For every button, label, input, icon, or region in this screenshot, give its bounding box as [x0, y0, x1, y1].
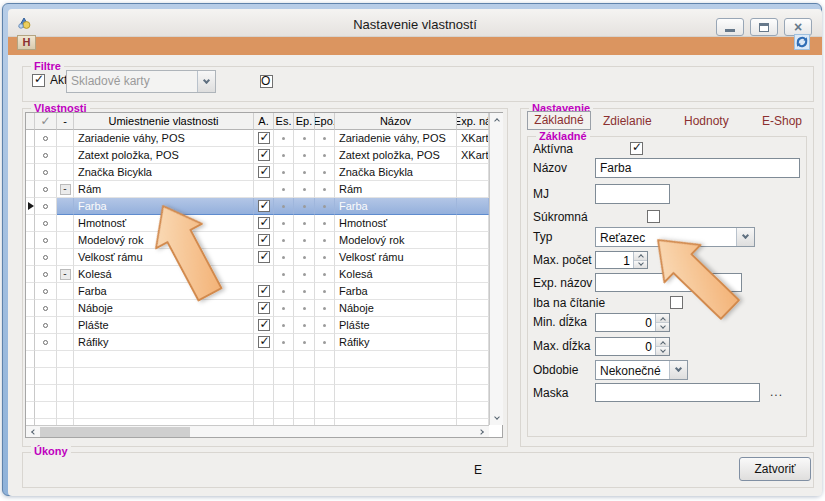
collapse-icon[interactable]: -: [60, 184, 71, 195]
scroll-down-button[interactable]: [490, 412, 503, 425]
row-selector-cell: [26, 402, 35, 419]
tab-zdielanie[interactable]: Zdielanie: [603, 114, 652, 128]
typ-dropdown-button[interactable]: [736, 228, 754, 246]
row-active-checkbox[interactable]: [258, 285, 270, 297]
card-type-combobox[interactable]: Skladové karty: [66, 70, 216, 93]
location-cell: Zariadenie váhy, POS: [74, 130, 254, 147]
row-active-checkbox[interactable]: [258, 217, 270, 229]
max-dlzka-spinner[interactable]: 0: [595, 337, 670, 356]
scroll-left-button[interactable]: [26, 426, 39, 437]
collapse-icon[interactable]: -: [60, 269, 71, 280]
table-row[interactable]: Zatext položka, POSZatext položka, POSXK…: [26, 147, 489, 164]
row-active-checkbox[interactable]: [258, 336, 270, 348]
table-row[interactable]: FarbaFarba: [26, 198, 489, 215]
title-bar[interactable]: Nastavenie vlastností ×: [8, 9, 822, 37]
epo-cell: [315, 215, 335, 232]
row-selector-cell: [26, 351, 35, 368]
table-row[interactable]: Velkosť rámuVelkosť rámu: [26, 249, 489, 266]
header-a[interactable]: A.: [254, 113, 274, 130]
location-cell: Hmotnosť: [74, 215, 254, 232]
table-row[interactable]: -KolesáKolesá: [26, 266, 489, 283]
spin-up-button[interactable]: [656, 314, 669, 323]
row-active-checkbox[interactable]: [258, 302, 270, 314]
spin-down-button[interactable]: [634, 261, 647, 269]
row-active-checkbox[interactable]: [258, 132, 270, 144]
scroll-right-button[interactable]: [476, 426, 489, 437]
header-check[interactable]: ✓: [35, 113, 57, 130]
group-collapse-cell[interactable]: -: [57, 181, 74, 198]
row-active-checkbox[interactable]: [258, 234, 270, 246]
active-filter-checkbox[interactable]: [32, 74, 45, 87]
nazov-input[interactable]: [595, 158, 800, 178]
chevron-down-icon: [660, 323, 666, 329]
status-cell: [35, 164, 57, 181]
es-cell: [274, 283, 294, 300]
row-active-checkbox[interactable]: [258, 200, 270, 212]
epo-cell: [315, 130, 335, 147]
maximize-button[interactable]: [750, 18, 778, 36]
row-active-checkbox[interactable]: [258, 166, 270, 178]
obdobie-dropdown-button[interactable]: [669, 361, 687, 379]
header-exp[interactable]: Exp. ná: [457, 113, 489, 130]
iba-na-citanie-checkbox[interactable]: [670, 296, 683, 309]
status-cell: [35, 181, 57, 198]
table-row[interactable]: FarbaFarba: [26, 283, 489, 300]
maska-more-button[interactable]: ...: [770, 385, 783, 399]
table-row[interactable]: RáfikyRáfiky: [26, 334, 489, 351]
obdobie-combobox[interactable]: Nekonečné: [595, 360, 688, 380]
header-minus[interactable]: -: [57, 113, 74, 130]
spin-up-button[interactable]: [656, 338, 669, 347]
tab-eshop[interactable]: E-Shop: [762, 114, 802, 128]
row-active-checkbox[interactable]: [258, 319, 270, 331]
table-row[interactable]: NábojeNáboje: [26, 300, 489, 317]
horizontal-scroll-thumb[interactable]: [40, 427, 190, 437]
maska-input[interactable]: [595, 383, 760, 402]
tab-zakladne[interactable]: Základné: [527, 111, 591, 130]
tab-hodnoty[interactable]: Hodnoty: [684, 114, 729, 128]
horizontal-scrollbar[interactable]: [26, 425, 489, 437]
scroll-up-button[interactable]: [490, 113, 503, 126]
spin-down-button[interactable]: [656, 323, 669, 331]
sukromna-checkbox[interactable]: [647, 210, 660, 223]
header-es[interactable]: Es.: [274, 113, 294, 130]
table-row[interactable]: Zariadenie váhy, POSZariadenie váhy, POS…: [26, 130, 489, 147]
typ-combobox[interactable]: Reťazec: [595, 227, 755, 247]
header-epo[interactable]: Epo.: [315, 113, 335, 130]
minimize-button[interactable]: [716, 18, 744, 36]
header-ep[interactable]: Ep.: [294, 113, 315, 130]
spin-down-button[interactable]: [656, 347, 669, 355]
table-row[interactable]: Modelový rokModelový rok: [26, 232, 489, 249]
refresh-icon[interactable]: [794, 34, 810, 50]
row-selector-cell: [26, 317, 35, 334]
dot-icon: [323, 188, 326, 191]
vertical-scrollbar[interactable]: [489, 113, 503, 425]
group-collapse-cell: [57, 249, 74, 266]
row-selector-cell: [26, 283, 35, 300]
exp-name-cell: [457, 266, 489, 283]
group-collapse-cell[interactable]: -: [57, 266, 74, 283]
aktivna-checkbox[interactable]: [630, 142, 643, 155]
exp-name-cell: [457, 249, 489, 266]
table-row[interactable]: -RámRám: [26, 181, 489, 198]
table-row[interactable]: HmotnosťHmotnosť: [26, 215, 489, 232]
mj-input[interactable]: [595, 184, 670, 204]
dot-icon: [303, 205, 306, 208]
header-selector[interactable]: [26, 113, 35, 130]
max-pocet-spinner[interactable]: 1: [595, 251, 648, 269]
epo-cell: [315, 249, 335, 266]
header-location[interactable]: Umiestnenie vlastnosti: [74, 113, 254, 130]
table-row[interactable]: PláštePlášte: [26, 317, 489, 334]
exp-nazov-input[interactable]: [595, 273, 742, 292]
h-button[interactable]: H: [17, 35, 36, 50]
zatvorit-button[interactable]: Zatvoriť: [739, 457, 811, 481]
dot-icon: [282, 239, 285, 242]
table-empty-row: [26, 351, 489, 368]
header-name[interactable]: Názov: [335, 113, 457, 130]
row-active-checkbox[interactable]: [258, 251, 270, 263]
status-cell: [35, 334, 57, 351]
min-dlzka-spinner[interactable]: 0: [595, 313, 670, 332]
card-type-dropdown-button[interactable]: [197, 71, 215, 92]
dot-icon: [303, 273, 306, 276]
table-row[interactable]: Značka BicyklaZnačka Bicykla: [26, 164, 489, 181]
row-active-checkbox[interactable]: [258, 149, 270, 161]
